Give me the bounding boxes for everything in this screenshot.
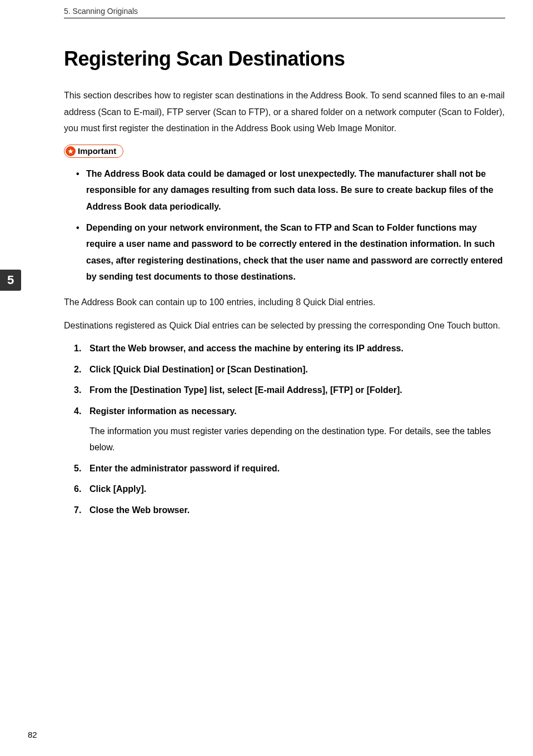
important-bullet-item: Depending on your network environment, t… — [64, 220, 505, 285]
page-title: Registering Scan Destinations — [64, 47, 505, 71]
step-title: Start the Web browser, and access the ma… — [89, 340, 505, 357]
step-item: Click [Quick Dial Destination] or [Scan … — [64, 361, 505, 378]
important-bullet-list: The Address Book data could be damaged o… — [64, 166, 505, 285]
steps-list: Start the Web browser, and access the ma… — [64, 340, 505, 518]
body-paragraph: The Address Book can contain up to 100 e… — [64, 294, 505, 311]
header-divider — [64, 18, 505, 18]
page-number: 82 — [28, 730, 37, 739]
step-title: Enter the administrator password if requ… — [89, 460, 505, 477]
step-item: Start the Web browser, and access the ma… — [64, 340, 505, 357]
chapter-tab-number: 5 — [7, 273, 14, 287]
chapter-tab: 5 — [0, 270, 21, 291]
step-item: Close the Web browser. — [64, 502, 505, 519]
step-title: Click [Apply]. — [89, 481, 505, 498]
body-paragraph: Destinations registered as Quick Dial en… — [64, 317, 505, 334]
step-title: Click [Quick Dial Destination] or [Scan … — [89, 361, 505, 378]
step-item: From the [Destination Type] list, select… — [64, 382, 505, 399]
important-bullet-item: The Address Book data could be damaged o… — [64, 166, 505, 215]
important-badge: Important — [64, 145, 123, 158]
step-title: From the [Destination Type] list, select… — [89, 382, 505, 399]
step-item: Click [Apply]. — [64, 481, 505, 498]
intro-paragraph: This section describes how to register s… — [64, 87, 505, 137]
important-label: Important — [78, 146, 116, 156]
step-title: Register information as necessary. — [89, 403, 505, 420]
step-note: The information you must register varies… — [89, 423, 505, 456]
step-item: Enter the administrator password if requ… — [64, 460, 505, 477]
step-item: Register information as necessary. The i… — [64, 403, 505, 456]
header-chapter: 5. Scanning Originals — [64, 7, 505, 16]
main-content: Registering Scan Destinations This secti… — [64, 47, 505, 518]
star-icon — [66, 146, 76, 156]
step-title: Close the Web browser. — [89, 502, 505, 519]
